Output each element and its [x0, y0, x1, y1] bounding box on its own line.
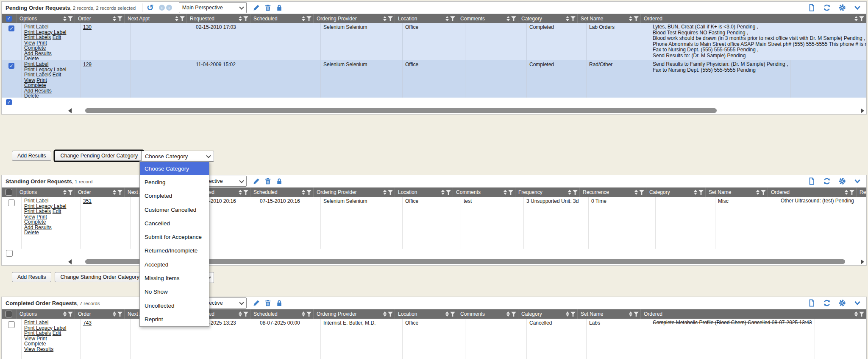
sort-arrows-icon[interactable] — [383, 190, 387, 195]
funnel-filter-icon[interactable] — [117, 16, 122, 21]
sort-arrows-icon[interactable] — [383, 16, 387, 21]
sort-arrows-icon[interactable] — [568, 190, 571, 195]
category-option[interactable]: Returned/Incomplete — [140, 244, 209, 258]
funnel-filter-icon[interactable] — [68, 190, 73, 195]
column-header-options[interactable]: Options — [17, 188, 75, 197]
column-header-order[interactable]: Order — [75, 188, 125, 197]
edit-pencil-icon[interactable] — [253, 177, 260, 185]
new-document-icon[interactable] — [808, 4, 815, 11]
collapse-chevron-icon[interactable] — [854, 4, 861, 11]
sort-arrows-icon[interactable] — [506, 16, 510, 21]
sort-arrows-icon[interactable] — [239, 190, 242, 195]
sort-arrows-icon[interactable] — [694, 190, 697, 195]
sort-arrows-icon[interactable] — [756, 190, 760, 195]
funnel-filter-icon[interactable] — [68, 311, 73, 317]
sort-arrows-icon[interactable] — [175, 16, 178, 21]
order-link[interactable]: 129 — [83, 62, 92, 67]
sort-arrows-icon[interactable] — [239, 16, 242, 21]
sort-arrows-icon[interactable] — [566, 16, 569, 21]
sort-arrows-icon[interactable] — [506, 311, 510, 317]
column-header-options[interactable]: Options — [17, 309, 75, 319]
order-link[interactable]: 351 — [83, 198, 92, 204]
category-option[interactable]: Pending — [140, 175, 209, 189]
funnel-filter-icon[interactable] — [243, 16, 248, 21]
funnel-filter-icon[interactable] — [570, 16, 576, 21]
column-header-set-name[interactable]: Set Name — [706, 188, 768, 197]
sort-arrows-icon[interactable] — [845, 190, 848, 195]
category-option[interactable]: No Show — [140, 285, 209, 299]
column-header-category[interactable]: Category — [518, 309, 578, 319]
funnel-filter-icon[interactable] — [450, 16, 455, 21]
row-checkbox[interactable] — [8, 321, 15, 328]
undo-icon[interactable]: ↺ — [147, 3, 154, 12]
column-header-comments[interactable]: Comments — [457, 309, 518, 319]
row-checkbox[interactable]: ✓ — [8, 63, 14, 69]
sort-arrows-icon[interactable] — [629, 311, 632, 317]
option-link[interactable]: View Results — [24, 346, 53, 352]
order-link[interactable]: 743 — [83, 320, 92, 326]
funnel-filter-icon[interactable] — [573, 190, 578, 195]
category-option[interactable]: Uncollected — [140, 299, 209, 312]
row-checkbox[interactable]: ✓ — [8, 25, 14, 31]
footer-select-checkbox[interactable] — [6, 250, 13, 257]
sort-arrows-icon[interactable] — [504, 190, 507, 195]
funnel-filter-icon[interactable] — [388, 190, 393, 195]
edit-pencil-icon[interactable] — [253, 299, 260, 307]
option-link[interactable]: Edit — [53, 34, 61, 40]
funnel-filter-icon[interactable] — [761, 190, 766, 195]
funnel-filter-icon[interactable] — [859, 16, 864, 21]
funnel-filter-icon[interactable] — [634, 311, 639, 317]
funnel-filter-icon[interactable] — [180, 16, 185, 21]
column-header-category[interactable]: Category — [518, 14, 578, 23]
option-link[interactable]: Delete — [24, 230, 39, 236]
delete-trash-icon[interactable] — [264, 177, 272, 185]
column-header-ordering-provider[interactable]: Ordering Provider — [314, 188, 395, 197]
funnel-filter-icon[interactable] — [511, 16, 516, 21]
funnel-filter-icon[interactable] — [849, 190, 854, 195]
column-header-location[interactable]: Location — [395, 309, 457, 319]
funnel-filter-icon[interactable] — [117, 311, 122, 317]
category-option[interactable]: Choose Category — [140, 162, 209, 175]
select-all-checkbox[interactable] — [6, 311, 12, 317]
sort-arrows-icon[interactable] — [566, 311, 569, 317]
column-header-referred-to[interactable]: Referred To — [857, 188, 866, 197]
select-all-checkbox[interactable]: ✓ — [6, 16, 12, 22]
sort-arrows-icon[interactable] — [634, 190, 638, 195]
column-header-frequency[interactable]: Frequency — [515, 188, 580, 197]
sort-arrows-icon[interactable] — [854, 16, 858, 21]
new-document-icon[interactable] — [808, 299, 815, 307]
column-header-ordering-provider[interactable]: Ordering Provider — [314, 309, 395, 319]
category-option[interactable]: Missing Items — [140, 271, 209, 285]
option-link[interactable]: Edit — [53, 72, 61, 78]
sort-arrows-icon[interactable] — [63, 311, 67, 317]
column-header-scheduled[interactable]: Scheduled — [250, 309, 314, 319]
funnel-filter-icon[interactable] — [634, 16, 639, 21]
scroll-left-arrow-icon[interactable] — [68, 108, 72, 113]
sort-arrows-icon[interactable] — [63, 190, 67, 195]
sort-arrows-icon[interactable] — [113, 311, 116, 317]
column-header-comments[interactable]: Comments — [457, 14, 518, 23]
delete-trash-icon[interactable] — [264, 299, 272, 307]
funnel-filter-icon[interactable] — [68, 16, 73, 21]
sort-arrows-icon[interactable] — [113, 190, 116, 195]
select-all-checkbox[interactable] — [6, 189, 12, 196]
column-header-options[interactable]: Options — [17, 14, 75, 23]
funnel-filter-icon[interactable] — [639, 190, 644, 195]
change-standing-category-button[interactable]: Change Standing Order Category — [55, 272, 145, 282]
column-header-order[interactable]: Order — [75, 14, 125, 23]
sort-arrows-icon[interactable] — [302, 311, 305, 317]
next-icon[interactable]: › — [166, 5, 172, 11]
scrollbar-thumb[interactable] — [85, 108, 717, 113]
column-header-set-name[interactable]: Set Name — [578, 309, 641, 319]
funnel-filter-icon[interactable] — [511, 311, 516, 317]
column-header-ordering-provider[interactable]: Ordering Provider — [314, 14, 395, 23]
funnel-filter-icon[interactable] — [388, 311, 393, 317]
scroll-right-arrow-icon[interactable] — [861, 108, 864, 113]
prev-icon[interactable]: ‹ — [159, 5, 165, 11]
funnel-filter-icon[interactable] — [306, 311, 312, 317]
column-header-location[interactable]: Location — [395, 188, 453, 197]
sort-arrows-icon[interactable] — [383, 311, 387, 317]
category-option[interactable]: Completed — [140, 189, 209, 203]
option-link[interactable]: Edit — [53, 330, 61, 336]
category-option[interactable]: Accepted — [140, 258, 209, 271]
